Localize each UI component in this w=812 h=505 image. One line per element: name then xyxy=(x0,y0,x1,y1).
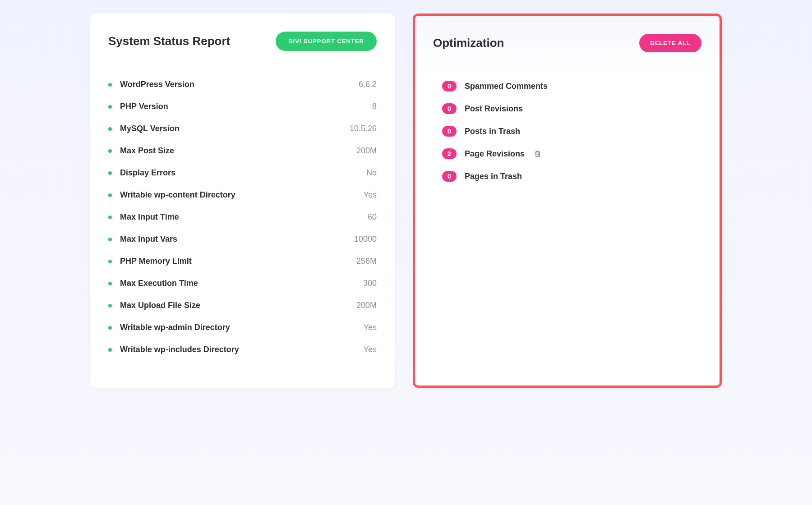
status-dot-icon xyxy=(108,83,112,87)
status-dot-icon xyxy=(108,282,112,285)
status-dot-icon xyxy=(108,149,112,153)
status-dot-icon xyxy=(108,304,112,308)
status-value: No xyxy=(366,168,377,178)
status-value: 60 xyxy=(368,212,377,222)
status-row: Writable wp-admin DirectoryYes xyxy=(108,317,377,339)
panel-title: System Status Report xyxy=(108,34,230,48)
status-value: Yes xyxy=(364,345,377,354)
panel-header: System Status Report DIVI SUPPORT CENTER xyxy=(108,32,377,51)
optimization-label: Spammed Comments xyxy=(465,82,548,91)
status-label: Writable wp-admin Directory xyxy=(120,323,230,332)
status-dot-icon xyxy=(108,260,112,263)
status-row: Max Post Size200M xyxy=(108,140,377,162)
status-row-left: Max Post Size xyxy=(108,146,174,156)
status-label: Max Upload File Size xyxy=(120,301,200,310)
status-dot-icon xyxy=(108,171,112,175)
count-badge: 0 xyxy=(442,81,457,92)
status-label: MySQL Version xyxy=(120,124,180,133)
status-row-left: Writable wp-includes Directory xyxy=(108,345,239,354)
status-row-left: Max Input Time xyxy=(108,212,179,222)
count-badge: 0 xyxy=(442,126,457,137)
status-list: WordPress Version6.6.2PHP Version8MySQL … xyxy=(108,73,377,361)
count-badge: 0 xyxy=(442,171,457,182)
status-value: 256M xyxy=(356,257,377,266)
status-label: Display Errors xyxy=(120,168,175,178)
optimization-row: 2Page Revisions xyxy=(442,142,701,165)
status-dot-icon xyxy=(108,193,112,197)
status-row-left: Max Input Vars xyxy=(108,234,177,244)
optimization-label: Posts in Trash xyxy=(465,127,520,136)
support-center-button[interactable]: DIVI SUPPORT CENTER xyxy=(276,32,377,51)
status-value: 10000 xyxy=(354,234,377,244)
optimization-row: 0Spammed Comments xyxy=(442,75,701,97)
status-label: Max Execution Time xyxy=(120,279,198,288)
status-row: Display ErrorsNo xyxy=(108,162,377,184)
trash-icon[interactable] xyxy=(534,149,542,158)
status-dot-icon xyxy=(108,238,112,241)
status-row-left: Max Upload File Size xyxy=(108,301,200,310)
status-label: PHP Version xyxy=(120,102,168,111)
status-label: Max Input Time xyxy=(120,212,179,222)
status-row-left: Writable wp-admin Directory xyxy=(108,323,230,332)
status-row: WordPress Version6.6.2 xyxy=(108,73,377,96)
status-dot-icon xyxy=(108,326,112,330)
count-badge: 0 xyxy=(442,103,457,114)
delete-all-button[interactable]: DELETE ALL xyxy=(639,34,701,52)
optimization-list: 0Spammed Comments0Post Revisions0Posts i… xyxy=(433,75,701,188)
status-value: 200M xyxy=(356,301,377,310)
status-row: PHP Memory Limit256M xyxy=(108,250,377,272)
optimization-label: Pages in Trash xyxy=(465,172,522,181)
status-label: Writable wp-content Directory xyxy=(120,190,235,200)
panel-title: Optimization xyxy=(433,36,504,50)
status-row-left: MySQL Version xyxy=(108,124,180,133)
status-value: Yes xyxy=(364,323,377,332)
status-row: Max Upload File Size200M xyxy=(108,294,377,317)
status-row-left: Writable wp-content Directory xyxy=(108,190,235,200)
status-dot-icon xyxy=(108,105,112,109)
status-dot-icon xyxy=(108,127,112,131)
status-value: 300 xyxy=(363,279,377,288)
status-row: Max Input Time60 xyxy=(108,206,377,228)
status-value: 200M xyxy=(356,146,377,156)
optimization-label: Page Revisions xyxy=(465,149,525,159)
status-value: Yes xyxy=(364,190,377,200)
status-dot-icon xyxy=(108,216,112,219)
status-label: Max Input Vars xyxy=(120,234,177,244)
status-label: Writable wp-includes Directory xyxy=(120,345,239,354)
status-label: Max Post Size xyxy=(120,146,174,156)
status-dot-icon xyxy=(108,348,112,352)
status-value: 6.6.2 xyxy=(359,80,377,89)
optimization-panel: Optimization DELETE ALL 0Spammed Comment… xyxy=(413,14,722,388)
optimization-row: 0Pages in Trash xyxy=(442,165,701,188)
status-row: MySQL Version10.5.26 xyxy=(108,118,377,140)
optimization-row: 0Posts in Trash xyxy=(442,120,701,142)
status-row: Max Input Vars10000 xyxy=(108,228,377,250)
system-status-panel: System Status Report DIVI SUPPORT CENTER… xyxy=(90,14,395,388)
optimization-row: 0Post Revisions xyxy=(442,97,701,120)
status-row: PHP Version8 xyxy=(108,96,377,118)
panel-header: Optimization DELETE ALL xyxy=(433,34,701,52)
status-row: Writable wp-content DirectoryYes xyxy=(108,184,377,206)
status-row-left: PHP Version xyxy=(108,102,168,111)
status-row-left: WordPress Version xyxy=(108,80,194,89)
status-label: WordPress Version xyxy=(120,80,194,89)
status-row-left: PHP Memory Limit xyxy=(108,257,192,266)
status-value: 10.5.26 xyxy=(350,124,377,133)
status-value: 8 xyxy=(372,102,377,111)
status-row: Writable wp-includes DirectoryYes xyxy=(108,339,377,361)
status-row: Max Execution Time300 xyxy=(108,272,377,294)
status-label: PHP Memory Limit xyxy=(120,257,192,266)
status-row-left: Max Execution Time xyxy=(108,279,198,288)
status-row-left: Display Errors xyxy=(108,168,175,178)
count-badge: 2 xyxy=(442,148,457,159)
optimization-label: Post Revisions xyxy=(465,104,523,114)
